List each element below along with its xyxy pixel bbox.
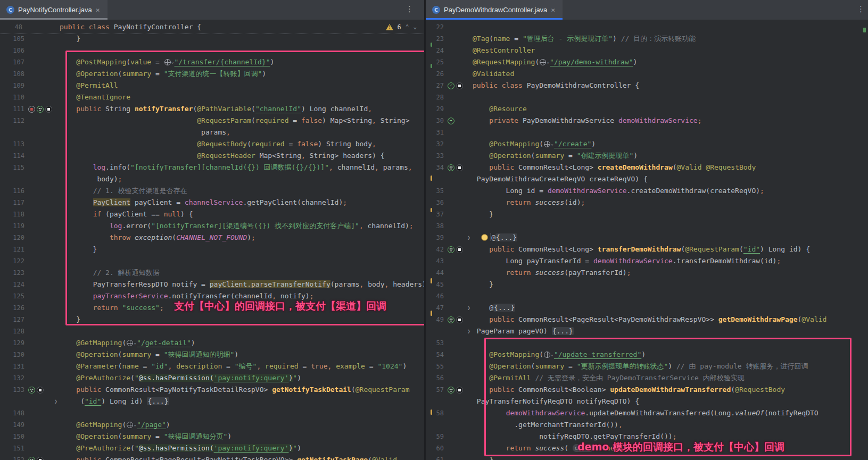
code-line: PayDemoWithdrawCreateReqVO createReqVO) … (426, 173, 868, 185)
globe-icon[interactable] (164, 59, 171, 65)
code-token: public (76, 105, 101, 113)
gutter: 36 (426, 197, 473, 208)
gutter: 121 (0, 244, 60, 255)
code-line: 124 PayTransferRespDTO notify = payClien… (0, 279, 424, 290)
run-http-request-icon[interactable] (456, 316, 463, 323)
tab-underline (0, 18, 108, 20)
folded-code-chip[interactable]: {...} (493, 304, 515, 312)
bean-navigate-icon[interactable]: → (448, 118, 454, 124)
next-issue-chevron-icon[interactable]: ⌄ (413, 23, 417, 30)
fold-arrow-icon[interactable]: ❯ (52, 396, 60, 407)
run-http-request-icon[interactable] (456, 82, 463, 89)
code-text: // 1. 校验支付渠道是否存在 (60, 185, 424, 197)
scrollbar-change-mark (863, 28, 866, 32)
code-token: ( (130, 374, 135, 382)
run-http-request-icon[interactable] (37, 457, 44, 460)
fold-arrow-icon[interactable]: ❯ (465, 325, 473, 337)
api-endpoint-icon[interactable] (448, 387, 454, 394)
api-endpoint-icon[interactable] (448, 316, 454, 323)
run-http-request-icon[interactable] (37, 387, 44, 394)
code-token: ) (227, 432, 232, 440)
globe-icon[interactable] (540, 59, 546, 65)
tab-paydemowithdrawcontroller[interactable]: C PayDemoWithdrawController.java × (426, 0, 563, 20)
code-line: 34 public CommonResult<Long> createDemoW… (426, 162, 868, 173)
code-line: ❯ PageParam pageVO) {...} (426, 325, 868, 337)
code-token: "创建示例提现单" (577, 152, 634, 160)
line-number: 127 (0, 314, 24, 325)
code-token: ) (262, 70, 266, 78)
code-token: demoWithdrawService (618, 116, 698, 124)
code-token (473, 269, 506, 277)
code-token (473, 444, 506, 452)
code-token: ) { (180, 210, 193, 218)
tabbar-right: C PayDemoWithdrawController.java × ⋮ (426, 0, 868, 20)
code-token: = (365, 362, 377, 370)
run-http-request-icon[interactable] (45, 106, 52, 113)
code-line: 36 return success(id); (426, 197, 868, 208)
code-token: } (60, 315, 80, 323)
code-token: @ (473, 304, 493, 312)
code-token: "1024" (377, 362, 402, 370)
code-token (60, 210, 93, 218)
api-endpoint-icon[interactable] (37, 106, 44, 113)
globe-icon[interactable] (544, 141, 550, 147)
line-number: 47 (426, 302, 444, 314)
run-http-request-icon[interactable] (456, 387, 463, 394)
code-token: ( (126, 58, 130, 66)
code-line: 148 (0, 407, 424, 419)
globe-icon[interactable] (127, 340, 133, 346)
annotation-caption-left: 支付【中心】的回调接口，被支付【渠道】回调 (174, 299, 386, 313)
code-token: 'pay:notify:query' (214, 374, 289, 382)
run-success-icon[interactable]: ✓ (448, 82, 454, 89)
code-token: " (135, 374, 139, 382)
code-token (60, 362, 76, 370)
api-endpoint-icon[interactable] (448, 246, 454, 253)
code-token: @Parameter (76, 362, 118, 370)
code-area-left[interactable]: 105 }106107 @PostMapping(value = ⌄"/tran… (0, 33, 424, 460)
globe-icon[interactable] (127, 422, 133, 428)
code-text: private PayDemoWithdrawService demoWithd… (473, 115, 868, 127)
api-endpoint-icon[interactable] (448, 164, 454, 171)
code-area-right[interactable]: 2223@Tag(name = "管理后台 - 示例提现订单") // 目的：演… (426, 21, 868, 460)
code-token: @TenantIgnore (76, 93, 130, 101)
folded-code-chip[interactable]: {...} (147, 397, 169, 405)
run-http-request-icon[interactable] (456, 164, 463, 171)
line-number: 59 (426, 431, 444, 442)
code-text: log.error("[notifyTransfer][渠道编号({}) 找不到… (60, 220, 424, 232)
run-http-request-icon[interactable] (456, 246, 463, 253)
code-token: = (564, 152, 576, 160)
code-text: @GetMapping(⌄"/page") (60, 419, 424, 431)
api-endpoint-icon[interactable] (28, 457, 35, 460)
vcs-orange-marker (431, 175, 432, 181)
line-number: 131 (0, 361, 24, 372)
method-marker-icon[interactable]: m (28, 106, 35, 113)
prev-issue-chevron-icon[interactable]: ⌃ (406, 23, 409, 30)
code-token: ( (489, 35, 493, 43)
code-token: ) (234, 350, 238, 358)
code-token: .info( (105, 163, 130, 171)
inspection-widget[interactable]: 6 ⌃ ⌄ (386, 23, 424, 31)
code-line: .getMerchantTransferId()), (426, 419, 868, 431)
editor-options-kebab-icon[interactable]: ⋮ (406, 4, 414, 14)
gutter: 23 (426, 33, 473, 45)
tab-close-icon[interactable]: × (551, 6, 555, 13)
code-token (473, 198, 506, 206)
editor-options-kebab-icon[interactable]: ⋮ (857, 4, 865, 14)
line-number: 43 (426, 255, 444, 267)
code-token: public (489, 245, 514, 253)
api-endpoint-icon[interactable] (28, 387, 35, 394)
folded-code-chip[interactable]: {...} (495, 233, 517, 241)
fold-arrow-icon[interactable]: ❯ (465, 232, 473, 244)
intention-bulb-icon[interactable] (481, 234, 488, 241)
code-token: @RequestBody (706, 163, 756, 171)
code-token: exception (135, 233, 172, 241)
code-token: @ (491, 233, 495, 241)
tab-close-icon[interactable]: × (96, 6, 100, 13)
code-token: body (363, 280, 384, 288)
tab-paynotifycontroller[interactable]: C PayNotifyController.java × (0, 0, 108, 20)
globe-icon[interactable] (544, 352, 550, 358)
code-token: success (535, 269, 564, 277)
fold-arrow-icon[interactable]: ❯ (465, 302, 473, 314)
folded-code-chip[interactable]: {...} (552, 327, 574, 335)
code-line: 49 public CommonResult<PageResult<PayDem… (426, 314, 868, 325)
